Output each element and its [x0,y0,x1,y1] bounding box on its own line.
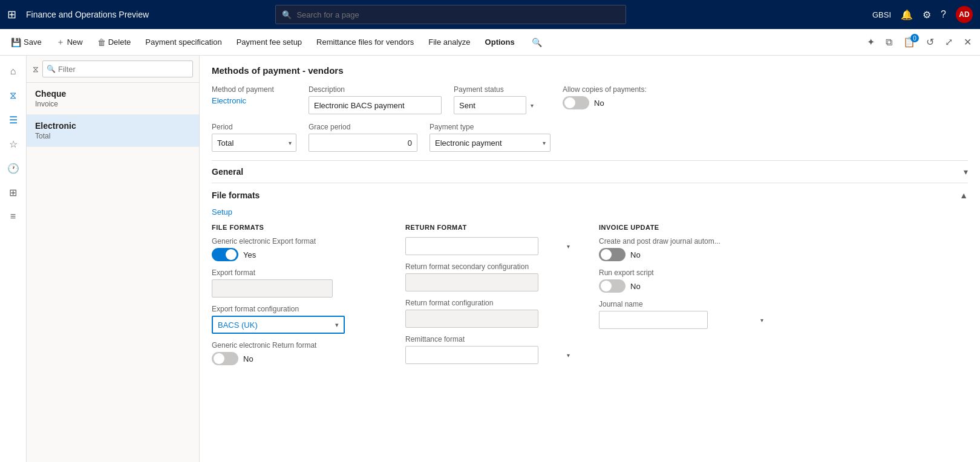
region-label[interactable]: GBSI [872,10,891,19]
sidebar-list-icon[interactable]: ☰ [2,109,24,131]
generic-return-row: Generic electronic Return format No [212,341,381,365]
app-grid-icon[interactable]: ⊞ [7,8,16,21]
period-select-wrap: Total Invoice Day Week Month ▾ [212,134,296,152]
sidebar-chart-icon[interactable]: ≡ [2,206,24,227]
run-export-value: No [630,282,641,291]
period-select[interactable]: Total Invoice Day Week Month [212,134,296,152]
file-analyze-button[interactable]: File analyze [422,34,476,50]
sidebar-grid-icon[interactable]: ⊞ [2,181,24,203]
list-item-selected[interactable]: Electronic Total [27,115,199,147]
allow-copies-label: Allow copies of payments: [563,85,647,94]
create-post-toggle[interactable] [599,248,626,261]
export-format-config-value: BACS (UK) [218,320,335,330]
general-section-collapse-btn[interactable]: ▾ [964,167,968,177]
payment-status-select[interactable]: Sent None Error [454,96,526,114]
sidebar-icons: ⌂ ⧖ ☰ ☆ 🕐 ⊞ ≡ [0,56,27,462]
filter-icon[interactable]: ⧖ [33,64,39,74]
filter-input-wrap[interactable]: 🔍 [42,60,193,77]
search-input[interactable] [296,10,619,19]
payment-type-group: Payment type Electronic payment Check Ot… [430,123,550,152]
filter-input[interactable] [58,65,189,74]
method-of-payment-label: Method of payment [212,85,296,94]
content-area: Methods of payment - vendors Method of p… [200,56,980,462]
sidebar-star-icon[interactable]: ☆ [2,133,24,155]
return-format-row: ▾ [405,237,575,255]
payment-spec-button[interactable]: Payment specification [139,34,227,50]
settings-icon[interactable]: ⚙ [923,9,931,21]
save-button[interactable]: 💾 Save [5,34,48,51]
journal-name-select[interactable] [599,311,708,329]
refresh-icon-btn[interactable]: ↺ [923,34,938,50]
notification-icon[interactable]: 🔔 [901,9,913,21]
search-icon: 🔍 [282,10,292,19]
return-format-col-header: Return format [405,224,575,231]
help-icon[interactable]: ? [941,9,946,20]
allow-copies-toggle[interactable] [563,96,589,109]
journal-name-label: Journal name [599,300,768,308]
invoice-update-col: INVOICE UPDATE Create and post draw jour… [599,224,768,373]
sidebar-home-icon[interactable]: ⌂ [2,60,24,82]
search-bar[interactable]: 🔍 [275,5,626,24]
new-button[interactable]: ＋ New [50,33,89,51]
file-formats-header: File formats ▲ [212,190,968,200]
generic-export-row: Generic electronic Export format Yes [212,237,381,261]
allow-copies-value: No [594,99,604,108]
return-format-config-row: Return format configuration [405,299,575,328]
remittance-format-select[interactable] [405,346,538,364]
payment-fee-button[interactable]: Payment fee setup [230,34,308,50]
remittance-format-chevron: ▾ [567,352,570,359]
payment-status-chevron: ▾ [531,102,534,109]
notification-badge-btn[interactable]: 📋 0 [900,34,919,50]
open-new-window-icon-btn[interactable]: ⧉ [882,34,896,50]
general-section-header[interactable]: General ▾ [212,160,968,183]
export-format-config-input[interactable]: BACS (UK) ▾ [212,316,345,334]
command-bar: 💾 Save ＋ New 🗑 Delete Payment specificat… [0,29,980,56]
return-format-col: Return format ▾ Return format secondary … [405,224,575,373]
invoice-update-col-header: INVOICE UPDATE [599,224,768,231]
payment-status-group: Payment status Sent None Error ▾ [454,85,538,114]
file-formats-collapse-btn[interactable]: ▲ [959,190,968,200]
description-group: Description [309,85,442,114]
list-panel: ⧖ 🔍 Cheque Invoice Electronic Total [27,56,200,462]
general-section-title: General [212,167,243,177]
generic-export-toggle[interactable] [212,248,238,261]
detach-icon-btn[interactable]: ⤢ [941,34,956,50]
return-format-select[interactable] [405,237,538,255]
return-format-secondary-row: Return format secondary configuration [405,262,575,291]
run-export-toggle[interactable] [599,279,626,293]
run-export-toggle-wrap: No [599,279,768,293]
export-format-config-dropdown-icon[interactable]: ▾ [335,321,339,329]
generic-export-value: Yes [243,250,256,259]
app-title: Finance and Operations Preview [26,10,149,19]
setup-link[interactable]: Setup [212,207,232,216]
file-formats-col: FILE FORMATS Generic electronic Export f… [212,224,381,373]
payment-status-select-wrap: Sent None Error ▾ [454,96,538,114]
sidebar-filter-icon[interactable]: ⧖ [2,85,24,106]
generic-return-toggle[interactable] [212,352,238,365]
export-format-value [212,279,333,298]
description-label: Description [309,85,442,94]
payment-type-select[interactable]: Electronic payment Check Other [430,134,550,152]
export-format-row: Export format [212,268,381,298]
return-format-config-value [405,310,538,328]
filter-bar: ⧖ 🔍 [27,56,199,83]
command-search-button[interactable]: 🔍 [526,34,548,51]
user-avatar[interactable]: AD [956,6,973,23]
description-input[interactable] [309,96,442,114]
generic-export-toggle-wrap: Yes [212,248,381,261]
method-of-payment-group: Method of payment Electronic [212,85,296,114]
method-of-payment-value[interactable]: Electronic [212,96,296,105]
grace-period-input[interactable] [309,134,417,152]
create-post-value: No [630,250,641,259]
journal-name-chevron: ▾ [760,317,763,324]
list-item[interactable]: Cheque Invoice [27,83,199,115]
delete-button[interactable]: 🗑 Delete [91,34,137,51]
options-button[interactable]: Options [479,34,521,50]
run-export-label: Run export script [599,268,768,277]
main-layout: ⌂ ⧖ ☰ ☆ 🕐 ⊞ ≡ ⧖ 🔍 Cheque Invoice Electro… [0,56,980,462]
file-formats-title: File formats [212,190,260,200]
remittance-button[interactable]: Remittance files for vendors [310,34,420,50]
close-button[interactable]: ✕ [960,34,975,50]
personalize-icon-btn[interactable]: ✦ [863,34,878,50]
sidebar-clock-icon[interactable]: 🕐 [2,157,24,179]
